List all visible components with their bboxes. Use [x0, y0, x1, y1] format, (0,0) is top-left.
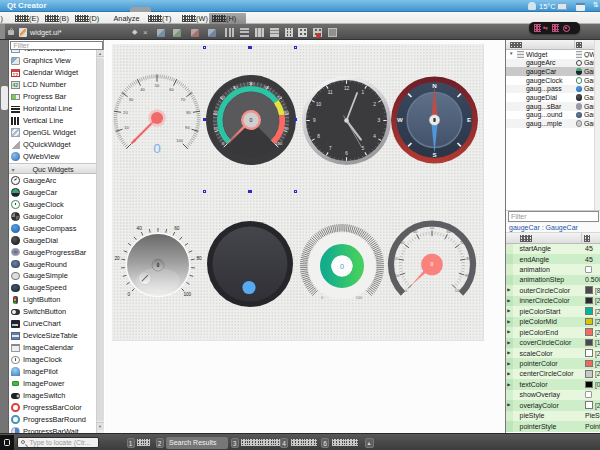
svg-text:10: 10	[316, 102, 322, 107]
svg-text:20: 20	[123, 110, 128, 115]
svg-text:10: 10	[124, 125, 129, 130]
svg-text:0: 0	[340, 262, 344, 271]
svg-text:20: 20	[114, 256, 120, 261]
svg-text:0: 0	[321, 295, 324, 300]
svg-text:80: 80	[196, 256, 202, 261]
svg-text:12: 12	[344, 86, 350, 91]
svg-text:50: 50	[155, 83, 160, 88]
svg-text:80: 80	[186, 110, 191, 115]
svg-text:1: 1	[361, 90, 364, 95]
svg-text:0: 0	[431, 261, 434, 267]
svg-text:20: 20	[394, 256, 399, 261]
svg-text:30: 30	[400, 240, 405, 245]
svg-text:0: 0	[405, 288, 408, 293]
svg-text:40: 40	[140, 87, 145, 92]
svg-text:90: 90	[185, 125, 190, 130]
svg-text:5: 5	[361, 146, 364, 151]
svg-text:70: 70	[181, 97, 186, 102]
svg-text:7: 7	[329, 146, 332, 151]
svg-text:2: 2	[373, 102, 376, 107]
svg-text:3: 3	[377, 118, 380, 123]
svg-text:0: 0	[250, 117, 253, 123]
svg-text:N: N	[432, 82, 437, 89]
svg-text:100: 100	[176, 138, 184, 143]
svg-text:60: 60	[169, 87, 174, 92]
svg-text:8: 8	[317, 134, 320, 139]
svg-text:W: W	[397, 116, 403, 123]
svg-text:11: 11	[328, 90, 333, 95]
svg-text:0: 0	[153, 141, 161, 156]
svg-text:30: 30	[129, 97, 134, 102]
svg-text:E: E	[467, 116, 471, 123]
svg-text:40: 40	[413, 229, 418, 234]
svg-text:0: 0	[127, 292, 130, 297]
svg-text:60: 60	[174, 226, 180, 231]
svg-text:100: 100	[356, 295, 363, 300]
svg-text:4: 4	[373, 134, 376, 139]
svg-text:40: 40	[137, 226, 143, 231]
svg-text:100: 100	[183, 292, 191, 297]
svg-text:10: 10	[395, 273, 400, 278]
svg-text:0: 0	[157, 263, 160, 268]
svg-text:100: 100	[455, 288, 462, 293]
svg-text:9: 9	[313, 118, 316, 123]
svg-text:50: 50	[249, 81, 254, 86]
svg-text:80: 80	[284, 110, 289, 115]
svg-text:90: 90	[284, 126, 289, 131]
svg-text:6: 6	[345, 151, 348, 156]
